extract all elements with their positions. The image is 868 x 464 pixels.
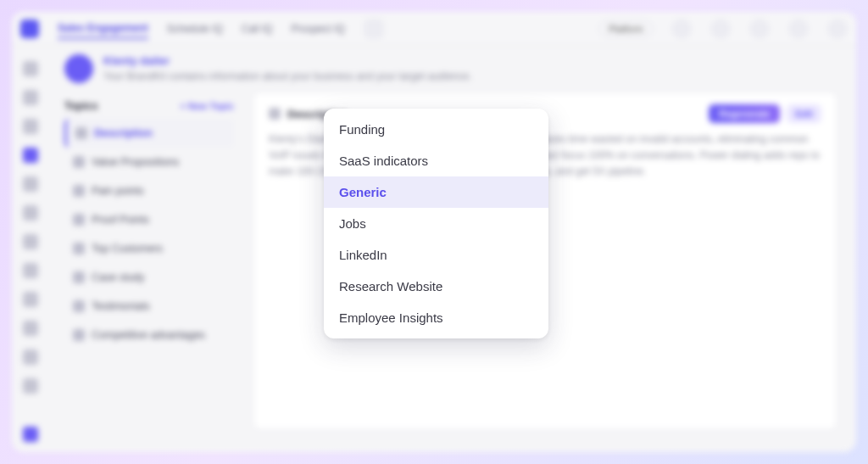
dropdown-option-funding[interactable]: Funding [324,114,548,145]
nav-tab-call-iq[interactable]: Call IQ [242,20,273,38]
description-icon [269,108,281,120]
rail-icon-4[interactable] [23,148,38,163]
rail-icon-5[interactable] [23,176,38,192]
research-type-dropdown: Funding SaaS indicators Generic Jobs Lin… [324,109,548,338]
topics-sidebar: Topics + New Topic Description Value Pro… [64,92,234,430]
topic-item-pain-points[interactable]: Pain points [64,176,234,205]
rail-icon-8[interactable] [23,263,38,278]
new-topic-button[interactable]: + New Topic [180,101,234,111]
topic-icon [73,329,85,341]
topic-label: Top Customers [92,243,163,254]
top-nav: Sales Engagement Schedule IQ Call IQ Pro… [12,12,856,46]
rail-icon-2[interactable] [23,90,38,105]
topic-item-proof-points[interactable]: Proof Points [64,205,234,234]
nav-tab-schedule-iq[interactable]: Schedule IQ [167,20,223,38]
topic-icon [73,243,85,254]
rail-icon-1[interactable] [23,61,38,76]
topic-label: Testimonials [92,300,150,312]
dropdown-option-jobs[interactable]: Jobs [324,208,548,239]
rail-icon-11[interactable] [23,349,38,365]
topic-icon [75,127,87,139]
header-icon-2[interactable] [710,19,731,39]
rail-icon-bottom[interactable] [23,427,38,442]
topic-icon [73,214,85,226]
topic-item-value-propositions[interactable]: Value Propositions [64,148,234,176]
topics-heading-row: Topics + New Topic [64,100,234,112]
rail-icon-3[interactable] [23,119,38,134]
topic-item-description[interactable]: Description [64,119,234,148]
topic-label: Case study [92,271,145,283]
nav-tab-prospect-iq[interactable]: Prospect IQ [291,20,344,38]
topic-icon [73,185,85,197]
dropdown-option-employee-insights[interactable]: Employee Insights [324,302,548,333]
topic-label: Competitive advantages [92,329,205,341]
topic-icon [73,156,85,168]
search-icon[interactable] [364,19,384,39]
header-icon-3[interactable] [749,19,770,39]
brand-avatar-icon [64,54,93,83]
main-panel-actions: Regenerate Edit [709,104,821,123]
topic-label: Value Propositions [92,156,179,168]
dropdown-option-saas-indicators[interactable]: SaaS indicators [324,145,548,176]
topics-heading: Topics [64,100,97,112]
topic-label: Description [94,127,153,139]
nav-tab-sales-engagement[interactable]: Sales Engagement [58,19,148,39]
app-logo-icon [20,20,39,38]
platform-pill[interactable]: Platform [599,20,653,37]
header-icon-5[interactable] [827,19,848,39]
topic-item-top-customers[interactable]: Top Customers [64,234,234,263]
rail-icon-10[interactable] [23,321,38,336]
topic-item-testimonials[interactable]: Testimonials [64,292,234,321]
dropdown-option-linkedin[interactable]: LinkedIn [324,239,548,271]
brand-header: Klenty dailer Your BrandKit contains inf… [64,54,837,83]
rail-icon-7[interactable] [23,234,38,249]
left-rail [12,46,49,452]
dropdown-option-research-website[interactable]: Research Website [324,271,548,302]
topic-item-case-study[interactable]: Case study [64,263,234,292]
topic-icon [73,300,85,312]
rail-icon-6[interactable] [23,205,38,221]
header-icon-4[interactable] [788,19,809,39]
rail-icon-12[interactable] [23,378,38,394]
topic-item-competitive-advantages[interactable]: Competitive advantages [64,321,234,349]
brand-subtitle: Your BrandKit contains information about… [103,70,472,82]
topic-label: Pain points [92,185,144,197]
brand-title: Klenty dailer [103,54,472,67]
regenerate-button[interactable]: Regenerate [709,104,780,123]
rail-icon-9[interactable] [23,292,38,307]
topic-icon [73,271,85,283]
topic-label: Proof Points [92,214,149,226]
header-icon-1[interactable] [671,19,692,39]
dropdown-option-generic[interactable]: Generic [324,176,548,208]
edit-button[interactable]: Edit [787,104,821,123]
